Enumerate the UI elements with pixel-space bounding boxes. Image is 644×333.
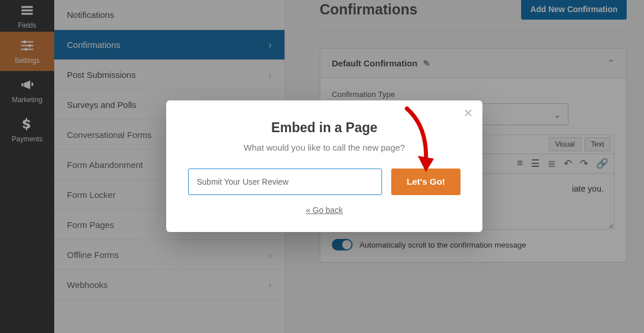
- modal-input-row: Let's Go!: [188, 169, 460, 195]
- modal-title: Embed in a Page: [188, 120, 460, 136]
- modal-subtitle: What would you like to call the new page…: [188, 143, 460, 152]
- lets-go-button[interactable]: Let's Go!: [391, 169, 460, 195]
- embed-modal: ✕ Embed in a Page What would you like to…: [166, 100, 482, 232]
- page-name-input[interactable]: [188, 169, 382, 195]
- close-icon[interactable]: ✕: [463, 106, 473, 120]
- go-back-link[interactable]: « Go back: [188, 205, 460, 215]
